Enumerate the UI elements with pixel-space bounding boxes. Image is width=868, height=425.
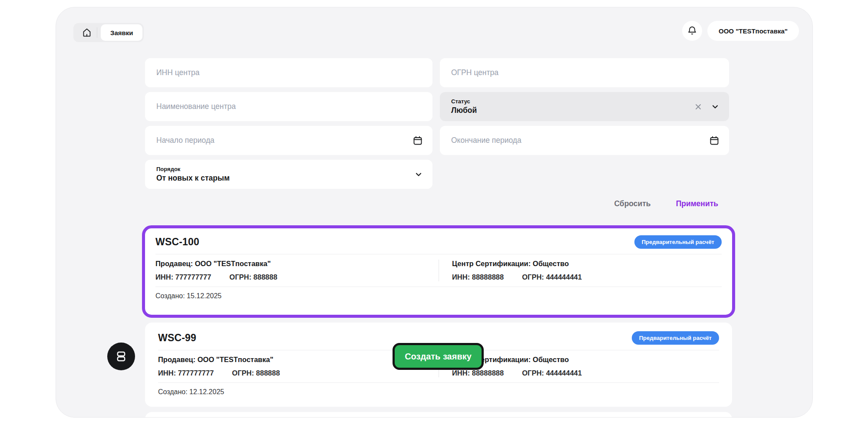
cert-center-info: Центр Сертификации: Общество ИНН: 888888… xyxy=(439,260,722,281)
status-badge: Предварительный расчёт xyxy=(634,235,722,249)
divider xyxy=(155,254,722,254)
center-inn: ИНН: 88888888 xyxy=(452,273,504,281)
home-button[interactable] xyxy=(79,23,94,42)
ogrn-center-field xyxy=(440,58,729,87)
application-card-partial[interactable] xyxy=(145,412,732,418)
calendar-icon[interactable] xyxy=(413,135,423,146)
chevron-down-icon[interactable] xyxy=(414,170,423,179)
header-divider xyxy=(97,27,97,38)
divider xyxy=(155,287,722,287)
breadcrumb-label: Заявки xyxy=(110,29,133,36)
seller-ogrn: ОГРН: 888888 xyxy=(232,369,280,377)
seller-name: Продавец: ООО "TESTпоставка" xyxy=(155,260,439,268)
center-name-input[interactable] xyxy=(145,92,432,121)
organization-button[interactable]: ООО "TESTпоставка" xyxy=(707,21,799,41)
period-end-field xyxy=(440,126,729,155)
divider xyxy=(158,382,719,383)
clear-icon[interactable] xyxy=(694,103,702,111)
order-value: От новых к старым xyxy=(156,174,421,182)
center-ogrn: ОГРН: 444444441 xyxy=(522,273,582,281)
status-select[interactable]: Статус Любой xyxy=(440,92,729,121)
cert-center-name: Центр Сертификации: Общество xyxy=(452,260,722,268)
stack-icon xyxy=(115,350,128,363)
apply-button[interactable]: Применить xyxy=(676,199,718,208)
center-inn: ИНН: 88888888 xyxy=(452,369,504,377)
calendar-icon[interactable] xyxy=(709,135,719,146)
application-card[interactable]: WSC-100 Предварительный расчёт Продавец:… xyxy=(142,225,735,318)
period-end-input[interactable] xyxy=(440,126,729,155)
application-id: WSC-99 xyxy=(158,332,196,344)
header-nav-group: Заявки xyxy=(73,23,144,42)
inn-center-input[interactable] xyxy=(145,58,432,87)
cert-center-name: Центр Сертификации: Общество xyxy=(452,356,719,364)
reset-button[interactable]: Сбросить xyxy=(614,199,650,208)
seller-inn: ИНН: 777777777 xyxy=(158,369,214,377)
order-label: Порядок xyxy=(156,166,421,172)
page: Заявки ООО "TESTпоставка" Ста xyxy=(0,0,868,425)
status-label: Статус xyxy=(451,99,718,105)
application-id: WSC-100 xyxy=(155,236,199,248)
create-application-button[interactable]: Создать заявку xyxy=(393,343,484,370)
created-date: Создано: 12.12.2025 xyxy=(158,388,719,396)
status-value: Любой xyxy=(451,106,718,115)
organization-label: ООО "TESTпоставка" xyxy=(719,27,788,35)
order-select[interactable]: Порядок От новых к старым xyxy=(145,160,432,189)
created-date: Создано: 15.12.2025 xyxy=(155,292,722,300)
home-icon xyxy=(82,27,92,38)
inn-center-field xyxy=(145,58,432,87)
status-badge: Предварительный расчёт xyxy=(632,331,719,345)
seller-info: Продавец: ООО "TESTпоставка" ИНН: 777777… xyxy=(155,260,439,281)
filter-actions: Сбросить Применить xyxy=(614,199,718,208)
center-name-field xyxy=(145,92,432,121)
seller-inn: ИНН: 777777777 xyxy=(155,273,211,281)
seller-ogrn: ОГРН: 888888 xyxy=(229,273,277,281)
center-ogrn: ОГРН: 444444441 xyxy=(522,369,582,377)
chevron-down-icon[interactable] xyxy=(711,102,719,111)
ogrn-center-input[interactable] xyxy=(440,58,729,87)
widget-toggle-button[interactable] xyxy=(107,343,135,370)
notifications-button[interactable] xyxy=(682,21,702,41)
period-start-field xyxy=(145,126,432,155)
app-window: Заявки ООО "TESTпоставка" Ста xyxy=(56,7,813,418)
bell-icon xyxy=(687,26,697,36)
period-start-input[interactable] xyxy=(145,126,432,155)
breadcrumb-tab-zayavki[interactable]: Заявки xyxy=(101,24,142,41)
